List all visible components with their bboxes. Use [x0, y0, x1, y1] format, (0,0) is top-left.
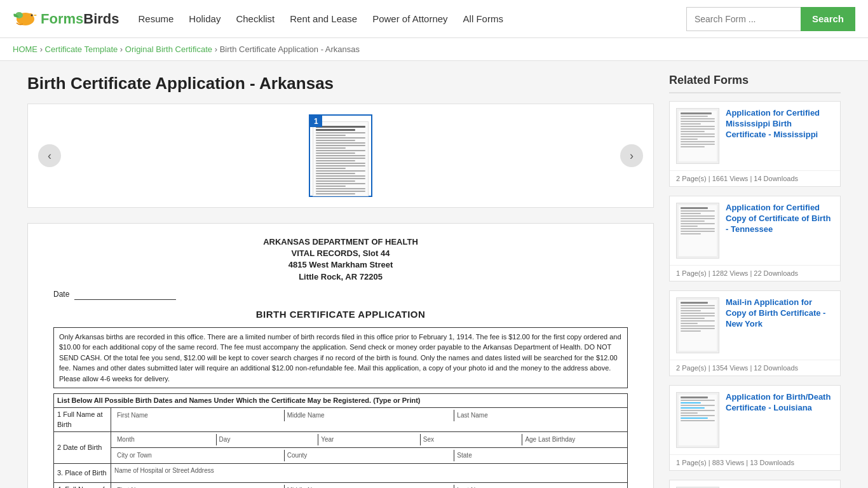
form-row: 3. Place of Birth Name of Hospital or St…	[54, 464, 628, 483]
nav-all-forms[interactable]: All Forms	[463, 13, 503, 24]
related-meta-3: 2 Page(s) | 1354 Views | 12 Downloads	[670, 360, 840, 376]
breadcrumb-current: Birth Certificate Application - Arkansas	[220, 44, 360, 54]
related-info-3: Mail-in Application for Copy of Birth Ce…	[726, 297, 834, 353]
field-last-name: Last Name	[454, 410, 624, 421]
form-field-3: Name of Hospital or Street Address	[111, 464, 628, 483]
related-form-card: Application for Certified Copy of Certif…	[669, 196, 841, 281]
nav-power-attorney[interactable]: Power of Attorney	[372, 13, 447, 24]
carousel-slide-1[interactable]: 1	[309, 114, 372, 197]
field-hospital: Name of Hospital or Street Address	[114, 467, 214, 474]
related-thumb-2	[676, 203, 719, 259]
form-division: VITAL RECORDS, Slot 44	[53, 248, 628, 259]
form-row: City or Town County State	[54, 448, 628, 464]
form-intro: Only Arkansas births are recorded in thi…	[53, 327, 628, 389]
related-thumb-4	[676, 392, 719, 448]
related-link-1[interactable]: Application for Certified Mississippi Bi…	[726, 108, 834, 140]
field-father-middle: Middle Name	[285, 485, 455, 488]
main-container: Birth Certificate Application - Arkansas…	[15, 61, 853, 488]
related-info-1: Application for Certified Mississippi Bi…	[726, 108, 834, 164]
field-month: Month	[114, 434, 217, 445]
related-meta-2: 1 Page(s) | 1282 Views | 22 Downloads	[670, 265, 840, 281]
svg-point-2	[31, 14, 33, 16]
breadcrumb: HOME › Certificate Template › Original B…	[0, 38, 868, 61]
related-form-card: Application for Certified Mississippi Bi…	[669, 101, 841, 187]
related-info-2: Application for Certified Copy of Certif…	[726, 203, 834, 259]
form-date-label: Date	[53, 289, 69, 300]
form-title-main: BIRTH CERTIFICATE APPLICATION	[53, 308, 628, 321]
field-sex: Sex	[421, 434, 523, 445]
field-day: Day	[217, 434, 319, 445]
form-row: 1 Full Name at Birth First Name Middle N…	[54, 408, 628, 432]
related-meta-1: 2 Page(s) | 1661 Views | 14 Downloads	[670, 170, 840, 186]
breadcrumb-home[interactable]: HOME	[13, 44, 37, 54]
search-area: Search	[686, 7, 855, 31]
form-table: List Below All Possible Birth Dates and …	[53, 393, 628, 488]
related-form-card: Application for Birth/Death Certificate …	[669, 385, 841, 471]
form-address: 4815 West Markham Street	[53, 259, 628, 271]
main-nav: Resume Holiday Checklist Rent and Lease …	[139, 13, 686, 24]
form-city: Little Rock, AR 72205	[53, 271, 628, 283]
form-label-3: 3. Place of Birth	[54, 464, 111, 483]
related-thumb-1	[676, 108, 719, 164]
search-button[interactable]: Search	[801, 7, 855, 31]
carousel-slides: 1	[61, 114, 620, 197]
field-county: County	[285, 450, 455, 461]
logo[interactable]: FormsBirds	[13, 9, 119, 29]
field-father-last: Last Name	[454, 485, 624, 488]
nav-checklist[interactable]: Checklist	[236, 13, 275, 24]
slide-number: 1	[310, 116, 322, 127]
field-age: Age Last Birthday	[522, 434, 624, 445]
search-input[interactable]	[686, 7, 801, 31]
form-label-1: 1 Full Name at Birth	[54, 408, 111, 432]
slide-document-preview	[313, 121, 369, 196]
nav-resume[interactable]: Resume	[139, 13, 174, 24]
form-list-header-row: List Below All Possible Birth Dates and …	[54, 394, 628, 408]
header: FormsBirds Resume Holiday Checklist Rent…	[0, 0, 868, 38]
related-info-4: Application for Birth/Death Certificate …	[726, 392, 834, 448]
nav-rent-lease[interactable]: Rent and Lease	[290, 13, 357, 24]
form-field-2b: City or Town County State	[111, 448, 628, 464]
logo-text: FormsBirds	[41, 11, 119, 27]
form-label-2: 2 Date of Birth	[54, 432, 111, 464]
breadcrumb-certificate-template[interactable]: Certificate Template	[45, 44, 118, 54]
field-middle-name: Middle Name	[285, 410, 455, 421]
form-header: ARKANSAS DEPARTMENT OF HEALTH VITAL RECO…	[53, 236, 628, 283]
breadcrumb-original-birth-certificate[interactable]: Original Birth Certificate	[125, 44, 212, 54]
sidebar: Related Forms	[669, 74, 841, 488]
carousel-prev-button[interactable]: ‹	[38, 144, 61, 167]
form-field-1: First Name Middle Name Last Name	[111, 408, 628, 432]
field-first-name: First Name	[114, 410, 285, 421]
form-label-4: 4. Full Name of Father	[54, 483, 111, 488]
carousel: ‹ 1	[27, 104, 654, 208]
field-state: State	[454, 450, 624, 461]
related-meta-4: 1 Page(s) | 883 Views | 13 Downloads	[670, 454, 840, 470]
form-field-2a: Month Day Year Sex Age Last Birthday	[111, 432, 628, 448]
form-field-4: First Name Middle Name Last Name	[111, 483, 628, 488]
form-row: 2 Date of Birth Month Day Year Sex Age L…	[54, 432, 628, 448]
field-father-first: First Name	[114, 485, 285, 488]
form-agency: ARKANSAS DEPARTMENT OF HEALTH	[53, 236, 628, 248]
form-document: ARKANSAS DEPARTMENT OF HEALTH VITAL RECO…	[27, 223, 654, 488]
form-row: 4. Full Name of Father First Name Middle…	[54, 483, 628, 488]
page-title: Birth Certificate Application - Arkansas	[27, 74, 654, 93]
related-thumb-3	[676, 297, 719, 353]
field-year: Year	[318, 434, 421, 445]
nav-holiday[interactable]: Holiday	[189, 13, 220, 24]
related-link-3[interactable]: Mail-in Application for Copy of Birth Ce…	[726, 297, 834, 330]
related-form-card: Mail-in Application for Copy of Birth Ce…	[669, 290, 841, 376]
field-city: City or Town	[114, 450, 285, 461]
content-area: Birth Certificate Application - Arkansas…	[27, 74, 654, 488]
related-form-card: Birth Certificate Request Form - Alaska …	[669, 480, 841, 488]
carousel-next-button[interactable]: ›	[620, 144, 643, 167]
logo-icon	[13, 9, 38, 29]
form-date-row: Date	[53, 289, 628, 300]
related-forms-title: Related Forms	[669, 74, 841, 93]
related-link-4[interactable]: Application for Birth/Death Certificate …	[726, 392, 834, 414]
related-link-2[interactable]: Application for Certified Copy of Certif…	[726, 203, 834, 235]
form-list-header: List Below All Possible Birth Dates and …	[54, 394, 628, 408]
form-date-line	[74, 291, 176, 300]
